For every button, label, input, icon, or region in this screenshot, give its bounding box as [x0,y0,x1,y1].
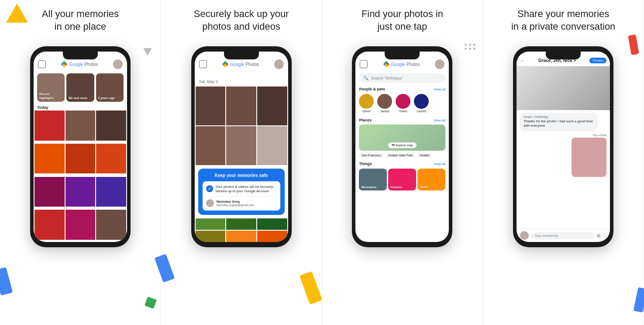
lauren-name: Lauren [417,110,426,113]
backup-check-row: Your photos & videos will be securely ba… [206,185,277,194]
thing-food[interactable]: Food [417,169,445,190]
search-placeholder: Search "birthdays" [371,76,403,80]
place-chip-sf[interactable]: San Francisco [359,153,384,158]
thing-mountains[interactable]: Mountains [359,169,387,190]
map-explore-btn[interactable]: 🗺 Explore map [388,142,416,148]
image-upload-icon[interactable]: ⊞ [597,233,600,238]
gp-pinwheel-icon [61,61,68,68]
bp-cell [196,126,226,165]
msg-text: Thanks for the photo! I had such a good … [523,119,594,128]
panel-backup: Securely back up your photos and videos … [161,0,322,325]
backup-dialog: Keep your memories safe Your photos & vi… [198,169,285,215]
photo-cell [65,144,96,174]
phone2-mockup: Google Photos Sat, May 2 Keep your memor… [191,46,292,247]
photo-cell [34,111,65,141]
photos-btn[interactable]: Photos [589,58,606,63]
red-rect-decoration2 [628,35,639,55]
shared-photo-top [517,66,610,110]
blue-rect-decoration4 [634,287,644,312]
green-rect-decoration1 [145,297,157,309]
thing-food-label: Food [420,186,427,189]
panel2-title: Securely back up your photos and videos [194,8,289,39]
search-icon: 🔍 [363,76,368,80]
dot [465,44,467,46]
check-icon [206,185,213,192]
oliver-avatar [359,94,374,109]
dot [473,44,475,46]
phone4-screen: ← Grace, Jen, Nick > Photos Grace • Yest… [517,52,610,242]
gp-logo1: Google Photos [61,61,98,68]
people-row: Oliver James Grace Lauren [355,93,449,115]
person-lauren: Lauren [414,94,429,113]
photo-cell [65,111,96,141]
lauren-avatar [414,94,429,109]
panel-find: Find your photos in just one tap Google … [322,0,483,325]
backup-photo-grid [195,86,288,165]
dot [469,48,471,50]
yellow-triangle-decoration [6,3,28,23]
today-label: Today [34,104,127,111]
map-container[interactable]: 🗺 Explore map [359,124,445,151]
msg-sender: Grace [523,115,532,118]
bp-cell [257,86,287,125]
memory-recent: Recent highlights [37,73,65,102]
chat-icon1 [38,60,46,68]
back-arrow-icon[interactable]: ← [520,58,525,63]
place-chips: San Francisco Golden Gate Park Golden [355,152,449,159]
oliver-name: Oliver [362,110,370,113]
panel4-title: Share your memories in a private convers… [511,8,615,39]
people-view-all[interactable]: View all [434,87,445,91]
avatar2 [274,59,284,69]
people-section-header: People & pets View all [355,84,449,93]
search-bar[interactable]: 🔍 Search "birthdays" [359,73,445,83]
places-view-all[interactable]: View all [434,118,445,122]
bp2-cell [226,231,256,242]
memory-mom: Me and mom [66,73,94,102]
james-name: James [380,110,389,113]
person-oliver: Oliver [359,94,374,113]
person-james: James [377,94,392,113]
gp-pinwheel-icon3 [383,61,390,68]
place-chip-ggp[interactable]: Golden Gate Park [386,153,415,158]
received-message: Grace • Yesterday Thanks for the photo! … [520,113,598,131]
memory-label-years: 2 years ago [98,97,115,100]
bp-cell [226,86,256,125]
heart-icon[interactable]: ♡ [603,233,606,238]
msg-time: Yesterday [534,115,548,118]
chat-input[interactable]: Say something [531,232,594,239]
chat-icon3 [360,60,368,68]
phone3-mockup: Google Photos 🔍 Search "birthdays" Peopl… [352,46,452,247]
photo-cell [34,210,65,240]
places-section-title: Places [359,118,372,122]
backup-date: Sat, May 2 [195,72,288,86]
dot [473,48,475,50]
account-avatar [206,199,214,207]
gp-pinwheel-icon2 [222,61,229,68]
phone1-notch [63,52,98,59]
avatar3 [435,59,444,69]
photo-cell [65,210,96,240]
gp-logo2: Google Photos [222,61,259,68]
photo-cell [96,210,126,240]
panel-share: Share your memories in a private convers… [483,0,644,325]
account-info: Nicholas Grey Nicholas.a.grey@gmail.com [217,200,255,207]
chat-icons: ⊞ ♡ [597,233,606,238]
phone2-screen: Google Photos Sat, May 2 Keep your memor… [195,52,288,242]
thing-flowers[interactable]: Flowers [388,169,416,190]
panel3-title: Find your photos in just one tap [362,8,443,39]
bp-cell [257,126,287,165]
photo-grid1 [34,111,127,242]
bp2-cell [226,218,256,230]
account-email: Nicholas.a.grey@gmail.com [217,204,255,207]
thing-flowers-label: Flowers [390,186,402,189]
photo-cell [96,177,126,207]
dots-decoration [465,44,476,50]
gray-triangle-decoration [143,48,152,56]
person-grace: Grace [396,94,410,113]
place-chip-golden[interactable]: Golden [417,153,432,158]
things-view-all[interactable]: View all [434,162,445,166]
bp-cell [226,126,256,165]
things-grid: Mountains Flowers Food [355,167,449,192]
phone3-screen: Google Photos 🔍 Search "birthdays" Peopl… [355,52,449,242]
chat-messages: Grace • Yesterday Thanks for the photo! … [517,110,610,228]
